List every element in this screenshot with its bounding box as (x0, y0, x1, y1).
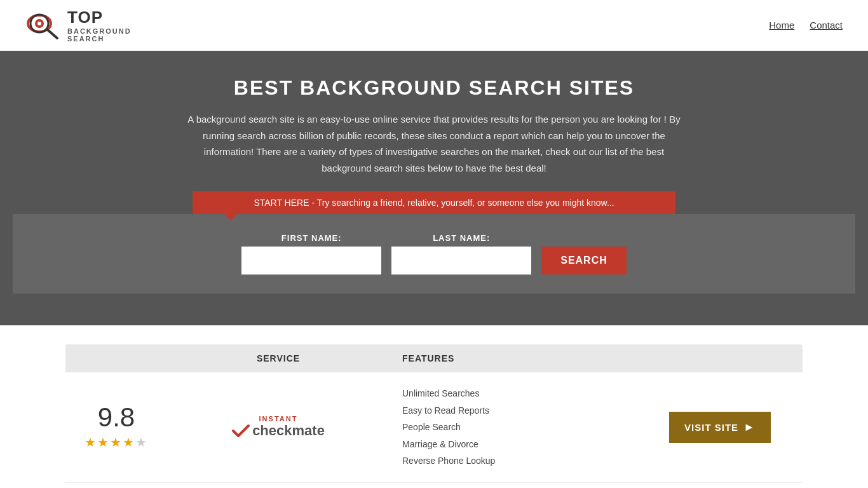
col-header-service: SERVICE (154, 353, 402, 363)
stars-1: ★★★★★ (85, 435, 148, 450)
last-name-input[interactable] (391, 247, 531, 274)
col-header-score (78, 353, 154, 363)
table-row: 9.8 ★★★★★ INSTANT checkmate Unlimited Se… (65, 372, 803, 483)
last-name-group: LAST NAME: (391, 233, 531, 274)
visit-site-label-1: VISIT SITE (684, 422, 738, 433)
score-block-1: 9.8 ★★★★★ (78, 404, 154, 450)
hero-title: BEST BACKGROUND SEARCH SITES (13, 76, 855, 100)
col-header-features: FEATURES (402, 353, 650, 363)
features-list-1: Unlimited Searches Easy to Read Reports … (402, 385, 650, 470)
service-logo-1: INSTANT checkmate (154, 415, 402, 439)
svg-point-2 (37, 22, 41, 25)
visit-site-button-1[interactable]: VISIT SITE ► (669, 412, 771, 443)
logo: TOP BACKGROUNDSEARCH (25, 8, 132, 43)
checkmate-name: checkmate (232, 423, 325, 439)
search-button[interactable]: SEARCH (541, 247, 627, 274)
feature-item: Marriage & Divorce (402, 436, 650, 453)
nav-home[interactable]: Home (769, 20, 794, 30)
score-number-1: 9.8 (98, 404, 135, 431)
logo-icon (25, 10, 64, 41)
feature-item: Reverse Phone Lookup (402, 452, 650, 470)
col-header-action (650, 353, 790, 363)
hero-section: BEST BACKGROUND SEARCH SITES A backgroun… (0, 51, 868, 325)
visit-btn-container-1: VISIT SITE ► (650, 412, 790, 443)
feature-item: People Search (402, 419, 650, 436)
checkmate-wordmark: checkmate (252, 423, 325, 439)
hero-description: A background search site is an easy-to-u… (186, 111, 682, 176)
checkmate-checkmark-icon (232, 423, 250, 438)
first-name-label: FIRST NAME: (241, 233, 381, 243)
tooltip-text: START HERE - Try searching a friend, rel… (254, 198, 614, 208)
search-form-container: FIRST NAME: LAST NAME: SEARCH (13, 214, 855, 294)
feature-item: Unlimited Searches (402, 385, 650, 402)
table-row: 9.4 ★★★★★ PeopleLOOker Accurate and up-t… (65, 483, 803, 488)
nav-contact[interactable]: Contact (810, 20, 843, 30)
logo-sub-text: BACKGROUNDSEARCH (67, 27, 132, 43)
last-name-label: LAST NAME: (391, 233, 531, 243)
feature-item: Easy to Read Reports (402, 402, 650, 419)
site-header: TOP BACKGROUNDSEARCH Home Contact (0, 0, 868, 51)
checkmate-instant-label: INSTANT (232, 415, 325, 423)
table-header: SERVICE FEATURES (65, 344, 803, 372)
checkmate-logo: INSTANT checkmate (232, 415, 325, 439)
logo-text: TOP BACKGROUNDSEARCH (67, 8, 132, 43)
results-table: SERVICE FEATURES 9.8 ★★★★★ INSTANT check… (53, 344, 815, 488)
search-form: FIRST NAME: LAST NAME: SEARCH (38, 233, 830, 274)
logo-top-text: TOP (67, 8, 132, 27)
svg-line-3 (48, 30, 57, 38)
main-nav: Home Contact (769, 20, 843, 30)
first-name-input[interactable] (241, 247, 381, 274)
first-name-group: FIRST NAME: (241, 233, 381, 274)
visit-arrow-icon-1: ► (743, 421, 756, 434)
tooltip-bar: START HERE - Try searching a friend, rel… (193, 191, 675, 214)
